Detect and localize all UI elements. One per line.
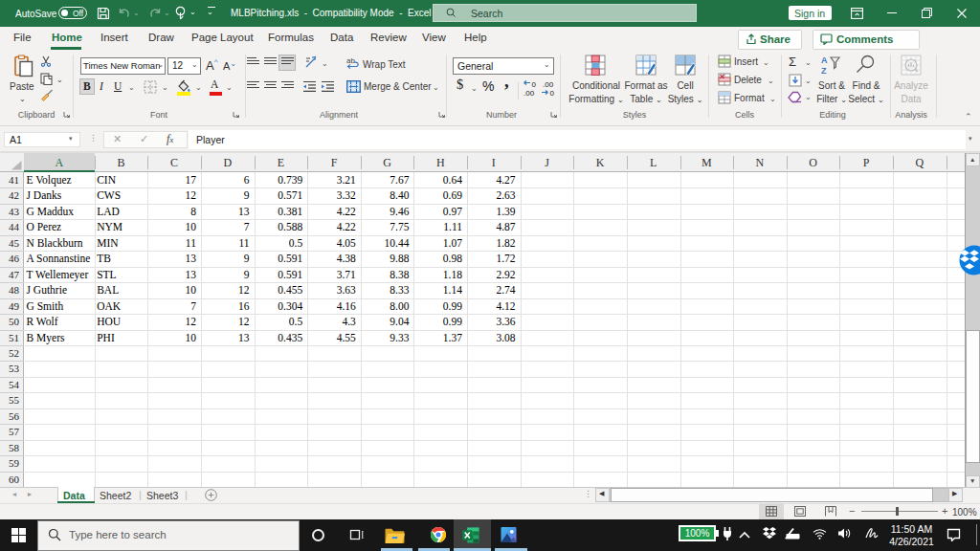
svg-text:0: 0 xyxy=(550,89,555,97)
svg-text:.00: .00 xyxy=(543,80,554,89)
svg-text:A: A xyxy=(821,55,828,65)
svg-text:.00: .00 xyxy=(523,89,535,98)
svg-text:Z: Z xyxy=(821,66,827,76)
svg-text:ab: ab xyxy=(346,56,355,65)
